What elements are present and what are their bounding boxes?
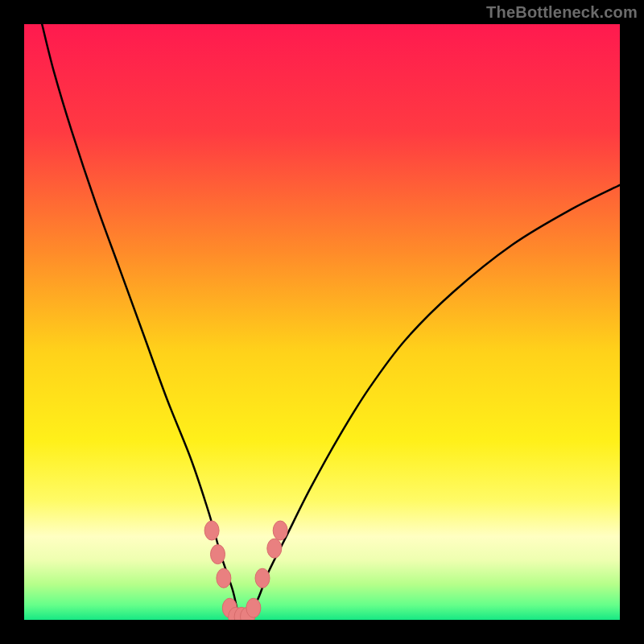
watermark-text: TheBottleneck.com (486, 3, 638, 22)
plot-area (24, 24, 620, 620)
curve-markers (204, 521, 287, 620)
marker-dot (217, 568, 231, 588)
marker-dot (204, 521, 219, 540)
marker-dot (246, 598, 261, 617)
curve-layer (24, 24, 620, 620)
marker-dot (267, 539, 282, 558)
marker-dot (273, 521, 287, 540)
bottleneck-curve (42, 24, 620, 616)
outer-frame: TheBottleneck.com (0, 0, 644, 644)
marker-dot (255, 568, 270, 588)
marker-dot (211, 545, 225, 564)
